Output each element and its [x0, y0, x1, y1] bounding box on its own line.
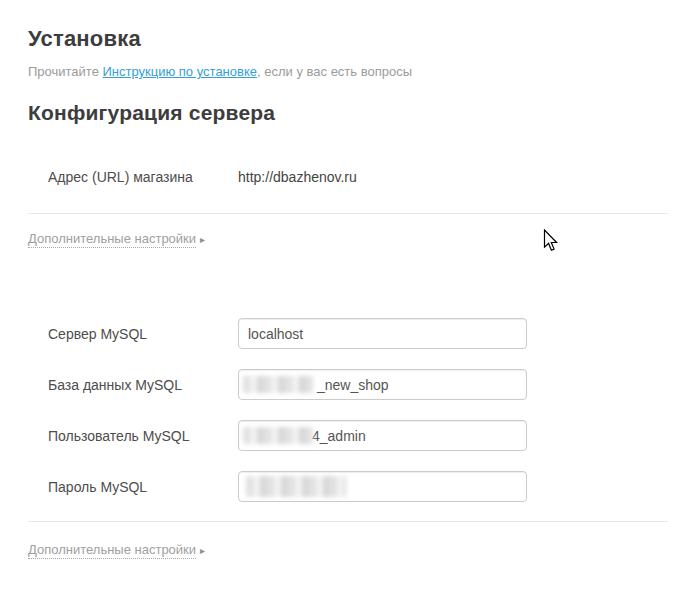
subtitle: Прочитайте Инструкцию по установке, если…: [28, 64, 412, 79]
mysql-server-row: Сервер MySQL localhost: [0, 318, 696, 349]
mouse-cursor: [543, 229, 558, 252]
redacted-value-blur: [246, 476, 346, 497]
mysql-database-value: _new_shop: [317, 377, 389, 393]
advanced-settings-toggle-top[interactable]: Дополнительные настройки▸: [28, 231, 205, 246]
mysql-server-input[interactable]: localhost: [238, 318, 527, 349]
mysql-user-label: Пользователь MySQL: [48, 428, 189, 444]
mysql-database-input[interactable]: _new_shop: [238, 369, 527, 400]
divider: [28, 213, 668, 214]
mysql-database-row: База данных MySQL _new_shop: [0, 369, 696, 400]
install-page: Установка Прочитайте Инструкцию по устан…: [0, 0, 696, 592]
mysql-password-label: Пароль MySQL: [48, 479, 147, 495]
url-field-value: http://dbazhenov.ru: [238, 169, 357, 185]
mysql-password-row: Пароль MySQL: [0, 471, 696, 502]
install-instructions-link[interactable]: Инструкцию по установке: [103, 64, 257, 79]
divider: [28, 521, 668, 522]
subtitle-prefix: Прочитайте: [28, 64, 103, 79]
mysql-user-row: Пользователь MySQL 4_admin: [0, 420, 696, 451]
redacted-value-blur: [243, 376, 313, 393]
subtitle-suffix: , если у вас есть вопросы: [257, 64, 412, 79]
mysql-database-label: База данных MySQL: [48, 377, 182, 393]
chevron-right-icon: ▸: [200, 234, 205, 245]
chevron-right-icon: ▸: [200, 545, 205, 556]
url-field-label: Адрес (URL) магазина: [48, 169, 193, 185]
mysql-server-label: Сервер MySQL: [48, 326, 147, 342]
mysql-user-value: 4_admin: [312, 428, 366, 444]
section-title: Конфигурация сервера: [28, 101, 275, 125]
mysql-user-input[interactable]: 4_admin: [238, 420, 527, 451]
advanced-settings-toggle-bottom[interactable]: Дополнительные настройки▸: [28, 542, 205, 557]
redacted-value-blur: [243, 427, 313, 444]
advanced-settings-label: Дополнительные настройки: [28, 542, 196, 559]
advanced-settings-label: Дополнительные настройки: [28, 231, 196, 248]
mysql-server-value: localhost: [248, 326, 303, 342]
page-title: Установка: [28, 26, 141, 52]
mysql-password-input[interactable]: [238, 471, 527, 502]
